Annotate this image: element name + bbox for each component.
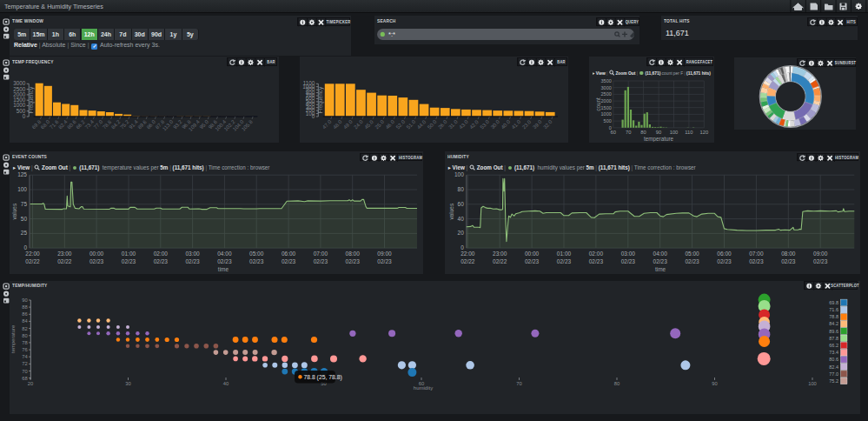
- svg-text:02/23: 02/23: [557, 258, 572, 264]
- svg-text:31.0: 31.0: [447, 119, 459, 130]
- svg-text:humidity: humidity: [414, 385, 433, 391]
- svg-text:07:00: 07:00: [314, 251, 328, 257]
- svg-text:77.0: 77.0: [829, 371, 838, 376]
- svg-text:23:00: 23:00: [57, 251, 72, 257]
- svg-text:time: time: [218, 266, 229, 272]
- svg-text:500: 500: [17, 108, 26, 114]
- svg-text:80: 80: [640, 130, 646, 135]
- svg-text:02/23: 02/23: [346, 258, 361, 264]
- svg-text:53.0: 53.0: [479, 119, 490, 130]
- svg-text:125: 125: [17, 171, 27, 177]
- svg-text:70: 70: [516, 380, 521, 385]
- svg-text:02/23: 02/23: [282, 258, 296, 264]
- svg-text:09:00: 09:00: [377, 251, 392, 257]
- svg-text:105.8: 105.8: [241, 118, 254, 131]
- svg-text:02/23: 02/23: [588, 258, 603, 264]
- svg-text:84: 84: [22, 318, 28, 324]
- svg-text:50.0: 50.0: [427, 119, 438, 130]
- svg-text:20: 20: [28, 380, 33, 385]
- svg-text:89.6: 89.6: [829, 328, 838, 333]
- svg-text:80: 80: [457, 186, 464, 192]
- svg-text:100: 100: [669, 130, 678, 135]
- svg-text:23:00: 23:00: [493, 251, 507, 257]
- svg-text:09:00: 09:00: [813, 251, 828, 257]
- svg-text:08:00: 08:00: [346, 251, 361, 257]
- svg-text:49.0: 49.0: [342, 119, 354, 130]
- svg-text:90: 90: [712, 380, 717, 385]
- svg-text:51.0: 51.0: [405, 119, 416, 130]
- svg-text:02/23: 02/23: [314, 258, 328, 264]
- svg-text:03:00: 03:00: [620, 251, 635, 257]
- svg-text:count: count: [595, 97, 601, 111]
- svg-text:69.8: 69.8: [829, 299, 838, 304]
- svg-text:66.2: 66.2: [75, 119, 86, 130]
- svg-text:02:00: 02:00: [588, 251, 603, 257]
- svg-text:80: 80: [614, 380, 620, 385]
- svg-text:1500: 1500: [13, 97, 26, 103]
- svg-text:46.0: 46.0: [384, 119, 395, 130]
- svg-text:0: 0: [23, 244, 27, 251]
- svg-text:52.0: 52.0: [394, 119, 406, 130]
- svg-text:84.2: 84.2: [829, 321, 838, 326]
- svg-text:87.8: 87.8: [829, 335, 838, 340]
- svg-text:04:00: 04:00: [217, 251, 232, 257]
- svg-text:100: 100: [17, 186, 27, 192]
- svg-text:05:00: 05:00: [249, 251, 264, 257]
- svg-text:77.0: 77.0: [93, 119, 104, 130]
- svg-text:66.2: 66.2: [829, 343, 838, 348]
- svg-text:100: 100: [454, 171, 464, 177]
- svg-text:02/23: 02/23: [781, 258, 796, 264]
- svg-text:60: 60: [457, 201, 464, 207]
- svg-text:25.0: 25.0: [374, 119, 385, 130]
- svg-text:40: 40: [223, 380, 229, 385]
- svg-text:04:00: 04:00: [653, 251, 667, 257]
- svg-text:82: 82: [22, 325, 27, 331]
- svg-text:88: 88: [22, 304, 27, 310]
- svg-text:Frequency: Frequency: [28, 86, 35, 113]
- svg-text:80: 80: [22, 332, 27, 337]
- svg-text:1500: 1500: [600, 105, 611, 110]
- svg-text:02/23: 02/23: [217, 258, 232, 264]
- svg-text:temperature: temperature: [644, 136, 673, 142]
- svg-text:44.0: 44.0: [415, 119, 427, 130]
- svg-text:02/23: 02/23: [122, 258, 136, 264]
- svg-text:05:00: 05:00: [685, 251, 699, 257]
- svg-text:70: 70: [626, 130, 631, 135]
- svg-text:1100: 1100: [302, 80, 315, 86]
- svg-text:72: 72: [22, 361, 27, 366]
- svg-text:78.8 (25, 78.8): 78.8 (25, 78.8): [304, 373, 342, 380]
- svg-text:02/23: 02/23: [653, 258, 667, 264]
- svg-text:2500: 2500: [600, 91, 611, 97]
- svg-text:75.2: 75.2: [829, 378, 838, 383]
- svg-text:82.4: 82.4: [829, 364, 838, 369]
- svg-text:40.0: 40.0: [500, 119, 511, 130]
- svg-text:3000: 3000: [600, 85, 611, 90]
- svg-text:08:00: 08:00: [781, 251, 796, 257]
- svg-text:75.2: 75.2: [119, 119, 130, 130]
- svg-text:48.0: 48.0: [332, 119, 343, 130]
- svg-text:2000: 2000: [13, 91, 26, 97]
- svg-text:26.0: 26.0: [437, 119, 448, 130]
- svg-text:02/23: 02/23: [377, 258, 392, 264]
- svg-text:01:00: 01:00: [122, 251, 136, 257]
- svg-text:120: 120: [699, 130, 708, 135]
- svg-text:1000: 1000: [13, 102, 26, 108]
- svg-text:24.0: 24.0: [353, 119, 364, 130]
- svg-text:89.6: 89.6: [136, 119, 148, 130]
- svg-text:23.0: 23.0: [520, 119, 532, 130]
- svg-text:22:00: 22:00: [461, 251, 475, 257]
- svg-text:02/23: 02/23: [154, 258, 169, 264]
- svg-text:07:00: 07:00: [749, 251, 764, 257]
- svg-text:74: 74: [22, 354, 28, 359]
- svg-text:values: values: [11, 203, 17, 220]
- svg-text:02/22: 02/22: [493, 258, 507, 264]
- svg-text:00:00: 00:00: [89, 251, 104, 257]
- svg-text:90: 90: [22, 297, 27, 303]
- svg-text:02/23: 02/23: [813, 258, 828, 264]
- svg-text:80.6: 80.6: [829, 357, 838, 362]
- svg-text:02/23: 02/23: [249, 258, 264, 264]
- svg-text:3500: 3500: [600, 78, 611, 84]
- svg-text:82.4: 82.4: [57, 119, 69, 130]
- svg-text:45.0: 45.0: [363, 119, 374, 130]
- svg-text:78.8: 78.8: [829, 314, 838, 319]
